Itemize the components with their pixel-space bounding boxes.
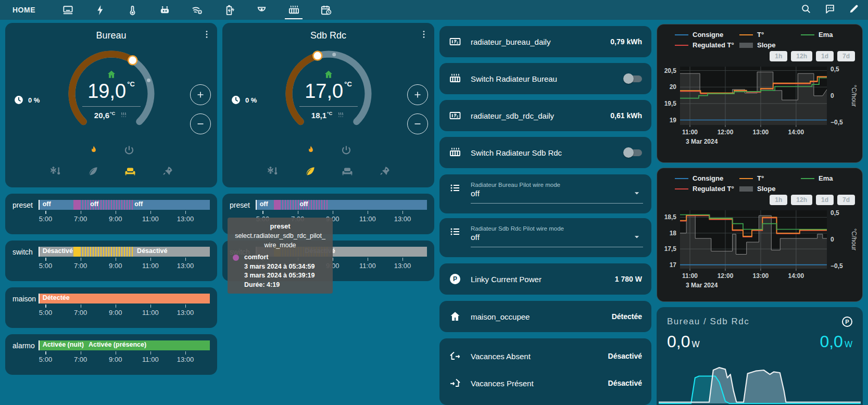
entity-card[interactable]: maison_occupeeDétectée	[439, 301, 651, 332]
select-entity-row[interactable]: Radiateur Sdb Rdc Pilot wire modeoff	[439, 218, 651, 247]
range-button-12h[interactable]: 12h	[791, 195, 812, 205]
home-icon	[106, 69, 117, 80]
entity-card[interactable]: Radiateur Bureau Pilot wire modeoff	[439, 174, 651, 213]
entity-card[interactable]: Switch Radiateur Sdb Rdc	[439, 137, 651, 168]
list-icon	[449, 225, 461, 238]
toggle-switch[interactable]	[624, 149, 642, 156]
entity-row[interactable]: Switch Radiateur Bureau	[439, 63, 651, 94]
current-temperature: 19,0°C	[62, 81, 161, 101]
entity-row[interactable]: radiateur_sdb_rdc_daily0,61 kWh	[439, 100, 651, 131]
tab-battery-charging[interactable]	[219, 0, 240, 20]
preset-frost-protection-snowflake-icon[interactable]	[49, 165, 61, 178]
legend-item: Regulated T°	[675, 41, 739, 49]
tab-wifi[interactable]	[186, 0, 207, 20]
increase-temp-button[interactable]	[190, 84, 211, 105]
bureau-temperature-chart: 20,52019,5190,50−0,511:0012:0013:0014:00…	[657, 64, 862, 155]
select-entity-row[interactable]: Radiateur Bureau Pilot wire modeoff	[439, 174, 651, 204]
preset-comfort-sofa-icon[interactable]	[124, 165, 136, 178]
range-button-1d[interactable]: 1d	[816, 195, 834, 205]
toggle-switch[interactable]	[624, 75, 642, 82]
state-color-dot	[233, 255, 239, 261]
decrease-temp-button[interactable]	[407, 113, 428, 134]
thermostat-card-sdb-rdc[interactable]: Sdb Rdc17,0°C18,1°C0 %	[222, 23, 434, 187]
action-chat[interactable]	[824, 3, 836, 17]
entity-card[interactable]: Radiateur Sdb Rdc Pilot wire modeoff	[439, 218, 651, 257]
range-button-1h[interactable]: 1h	[770, 195, 787, 205]
tab-desktop[interactable]	[57, 0, 78, 20]
increase-temp-button[interactable]	[407, 84, 428, 105]
chevron-down-icon[interactable]	[632, 232, 642, 242]
thermostat-card-bureau[interactable]: Bureau19,0°C20,6°C0 %	[5, 23, 217, 187]
svg-text:°C/hour: °C/hour	[850, 229, 858, 251]
tab-camera-dome[interactable]	[251, 0, 272, 20]
tab-robot[interactable]	[154, 0, 175, 20]
overflow-menu-icon[interactable]	[202, 29, 212, 40]
hvac-mode-heat-flame-icon[interactable]	[87, 144, 100, 157]
history-card-alarmo[interactable]: alarmoActivée (nuit)Activée (présence)5:…	[5, 334, 217, 375]
preset-frost-protection-snowflake-icon[interactable]	[266, 165, 279, 178]
entity-state: Désactivé	[608, 352, 642, 360]
history-timeline[interactable]: Activée (nuit)Activée (présence)5:007:00…	[39, 340, 210, 370]
range-button-7d[interactable]: 7d	[837, 195, 855, 205]
entity-row[interactable]: radiateur_bureau_daily0,79 kWh	[439, 26, 651, 57]
preset-boost-rocket-icon[interactable]	[379, 165, 391, 178]
preset-eco-leaf-icon[interactable]	[86, 165, 99, 178]
history-timeline[interactable]: offoffoff5:007:009:0011:0013:00	[39, 200, 210, 229]
axis-tick	[185, 211, 186, 214]
legend-item: Consigne	[675, 174, 739, 182]
entity-state: 0,79 kWh	[610, 37, 642, 46]
hvac-mode-off-power-icon[interactable]	[123, 144, 135, 157]
legend-marker-line	[675, 188, 688, 189]
range-button-1d[interactable]: 1d	[816, 51, 834, 61]
preset-boost-rocket-icon[interactable]	[161, 165, 174, 178]
decrease-temp-button[interactable]	[190, 113, 211, 134]
hvac-mode-heat-flame-icon[interactable]	[305, 144, 317, 157]
svg-text:−0,5: −0,5	[831, 119, 843, 126]
history-timeline[interactable]: DésactivéDésactivé5:007:009:0011:0013:00	[39, 247, 210, 276]
power-card[interactable]: Bureau / Sdb Rdc P 0,0W 0,0W	[657, 307, 863, 405]
history-timeline[interactable]: Détectée5:007:009:0011:0013:00	[39, 294, 210, 323]
overflow-menu-icon[interactable]	[419, 29, 429, 40]
entity-card[interactable]: Switch Radiateur Bureau	[439, 63, 651, 94]
entity-card[interactable]: radiateur_sdb_rdc_daily0,61 kWh	[439, 100, 651, 131]
preset-comfort-sofa-icon[interactable]	[341, 165, 354, 178]
range-button-12h[interactable]: 12h	[791, 51, 812, 61]
entity-row[interactable]: Vacances AbsentDésactivé	[439, 343, 651, 370]
entity-card[interactable]: Vacances AbsentDésactivéVacances Présent…	[439, 338, 651, 405]
select-control[interactable]: Radiateur Sdb Rdc Pilot wire modeoff	[471, 225, 643, 247]
tab-calendar-clock[interactable]	[316, 0, 336, 20]
tab-flash[interactable]	[90, 0, 110, 20]
thermostat-dial[interactable]: 17,0°C18,1°C	[279, 45, 378, 141]
hvac-mode-off-power-icon[interactable]	[340, 144, 353, 157]
svg-text:0: 0	[831, 236, 834, 243]
entity-card[interactable]: PLinky Current Power1 780 W	[439, 263, 651, 295]
entity-row[interactable]: maison_occupeeDétectée	[439, 301, 651, 332]
time-axis: 5:007:009:0011:0013:00	[39, 350, 210, 369]
action-pencil[interactable]	[848, 3, 860, 17]
tab-thermometer[interactable]	[122, 0, 143, 20]
axis-tick	[333, 211, 334, 214]
select-control[interactable]: Radiateur Bureau Pilot wire modeoff	[471, 182, 643, 204]
history-card-preset[interactable]: presetoffoffoff5:007:009:0011:0013:00	[5, 194, 217, 234]
thermostat-dial[interactable]: 19,0°C20,6°C	[62, 45, 161, 141]
tab-radiator[interactable]	[283, 0, 304, 20]
range-button-1h[interactable]: 1h	[770, 51, 787, 61]
range-button-7d[interactable]: 7d	[837, 51, 855, 61]
history-card-maison[interactable]: maisonDétectée5:007:009:0011:0013:00	[5, 287, 217, 328]
axis-tick	[185, 258, 186, 261]
search-icon	[800, 3, 812, 15]
chart-legend: ConsigneT°EmaRegulated T°Slope	[675, 174, 862, 193]
entity-card[interactable]: radiateur_bureau_daily0,79 kWh	[439, 26, 651, 57]
entity-row[interactable]: Vacances PrésentDésactivé	[439, 370, 651, 397]
entity-row[interactable]: Switch Radiateur Sdb Rdc	[439, 137, 651, 168]
action-search[interactable]	[800, 3, 812, 17]
entity-row[interactable]: PLinky Current Power1 780 W	[439, 263, 651, 295]
history-card-switch[interactable]: switchDésactivéDésactivé5:007:009:0011:0…	[5, 241, 217, 281]
tooltip-start-time: 3 mars 2024 à 05:34:59	[244, 262, 328, 272]
axis-tick	[150, 211, 152, 214]
axis-tick	[81, 258, 82, 261]
svg-text:3 Mar 2024: 3 Mar 2024	[686, 282, 718, 289]
thermostat-title: Sdb Rdc	[222, 23, 434, 41]
preset-eco-leaf-icon[interactable]	[304, 165, 316, 178]
chevron-down-icon[interactable]	[632, 188, 642, 198]
